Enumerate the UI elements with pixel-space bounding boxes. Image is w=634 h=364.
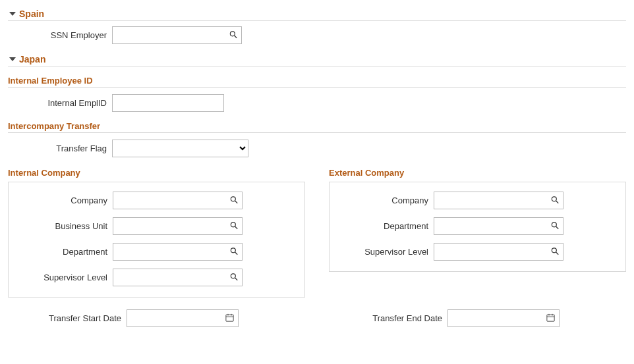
search-icon (229, 195, 239, 206)
intercompany-transfer-title: Intercompany Transfer (8, 121, 626, 133)
transfer-flag-label: Transfer Flag (8, 143, 112, 153)
ext-company-label: Company (330, 195, 434, 205)
svg-point-8 (231, 273, 235, 278)
external-company-column: External Company Company Department (329, 168, 626, 298)
search-icon (229, 272, 239, 283)
transfer-end-row: Transfer End Date (329, 309, 626, 327)
int-company-lookup-button[interactable] (228, 194, 240, 207)
internal-emplid-label: Internal EmplID (8, 98, 112, 108)
int-department-lookup-button[interactable] (228, 245, 240, 259)
internal-company-group: Company Business Unit Depart (8, 182, 305, 298)
svg-rect-26 (547, 315, 554, 321)
spain-section-header[interactable]: Spain (8, 7, 626, 21)
svg-rect-16 (226, 315, 233, 321)
spain-title: Spain (19, 9, 44, 19)
svg-point-4 (231, 222, 235, 226)
svg-line-13 (556, 226, 559, 229)
int-department-input[interactable] (113, 243, 243, 261)
svg-point-6 (231, 247, 235, 252)
transfer-start-row: Transfer Start Date (8, 309, 305, 327)
transfer-end-label: Transfer End Date (329, 313, 447, 323)
search-icon (550, 221, 560, 232)
transfer-start-label: Transfer Start Date (8, 313, 127, 323)
search-icon (229, 30, 238, 41)
int-company-label: Company (9, 195, 113, 205)
japan-title: Japan (19, 54, 45, 65)
ext-department-label: Department (330, 221, 434, 231)
ext-company-lookup-button[interactable] (549, 194, 561, 207)
svg-line-7 (235, 252, 238, 255)
transfer-flag-select[interactable] (112, 140, 248, 157)
svg-line-1 (235, 36, 237, 38)
transfer-end-input[interactable] (447, 309, 560, 327)
svg-point-14 (552, 247, 556, 252)
search-icon (229, 246, 239, 257)
chevron-down-icon (9, 12, 16, 16)
svg-point-0 (230, 31, 235, 36)
japan-section-header[interactable]: Japan (8, 52, 626, 66)
ext-department-input[interactable] (434, 217, 563, 235)
ssn-employer-row: SSN Employer (8, 26, 626, 44)
search-icon (229, 221, 239, 232)
internal-emplid-row: Internal EmplID (8, 94, 626, 112)
int-business-unit-lookup-button[interactable] (228, 219, 240, 233)
search-icon (550, 246, 560, 257)
ssn-employer-lookup-button[interactable] (227, 28, 239, 42)
ext-company-input[interactable] (434, 192, 563, 209)
ext-supervisor-level-input[interactable] (434, 243, 563, 261)
int-company-input[interactable] (113, 192, 243, 209)
ext-supervisor-level-label: Supervisor Level (330, 247, 434, 257)
int-supervisor-level-label: Supervisor Level (9, 273, 113, 282)
int-supervisor-level-lookup-button[interactable] (228, 271, 240, 284)
int-supervisor-level-input[interactable] (113, 269, 243, 286)
search-icon (550, 195, 560, 206)
ext-supervisor-level-lookup-button[interactable] (549, 245, 561, 259)
svg-line-11 (556, 201, 559, 203)
external-company-group: Company Department Superviso (329, 182, 626, 272)
svg-line-3 (235, 201, 238, 203)
internal-company-title: Internal Company (8, 168, 305, 178)
svg-point-10 (552, 196, 556, 201)
transfer-start-input[interactable] (127, 309, 239, 327)
ssn-employer-input[interactable] (112, 26, 242, 44)
transfer-end-calendar-button[interactable] (544, 311, 557, 326)
calendar-icon (225, 313, 235, 325)
svg-point-12 (552, 222, 556, 226)
external-company-title: External Company (329, 168, 626, 178)
svg-point-2 (231, 196, 235, 201)
internal-emplid-input[interactable] (112, 94, 224, 112)
chevron-down-icon (9, 57, 16, 61)
svg-line-9 (235, 278, 238, 280)
calendar-icon (546, 313, 556, 325)
int-business-unit-input[interactable] (113, 217, 243, 235)
svg-line-15 (556, 252, 559, 255)
transfer-flag-row: Transfer Flag (8, 140, 626, 157)
ext-department-lookup-button[interactable] (549, 219, 561, 233)
svg-line-5 (235, 226, 238, 229)
int-business-unit-label: Business Unit (9, 221, 113, 231)
internal-employee-id-title: Internal Employee ID (8, 76, 626, 88)
transfer-start-calendar-button[interactable] (223, 311, 236, 326)
int-department-label: Department (9, 247, 113, 257)
ssn-employer-label: SSN Employer (8, 30, 112, 40)
internal-company-column: Internal Company Company Business Unit (8, 168, 305, 298)
